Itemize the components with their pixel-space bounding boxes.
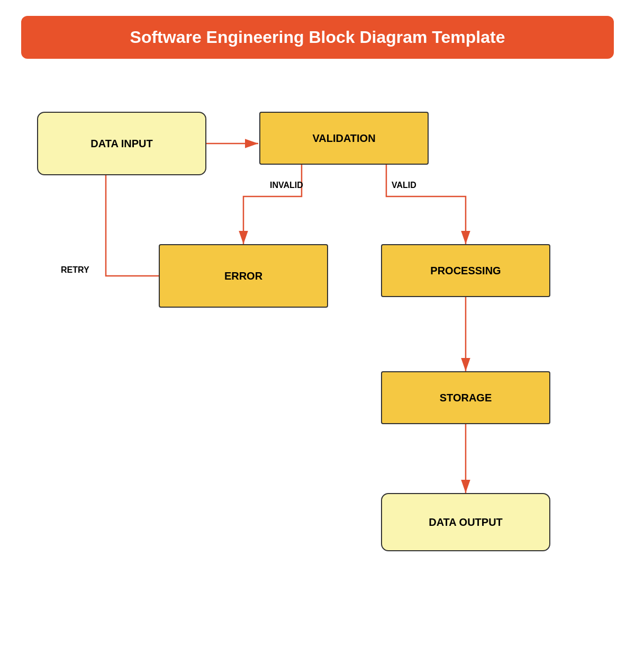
validation-block: VALIDATION xyxy=(259,112,429,165)
title-bar: Software Engineering Block Diagram Templ… xyxy=(21,16,614,59)
error-block: ERROR xyxy=(159,244,328,308)
data-input-block: DATA INPUT xyxy=(37,112,206,175)
valid-label: VALID xyxy=(392,181,416,190)
data-output-block: DATA OUTPUT xyxy=(381,493,550,551)
page-title: Software Engineering Block Diagram Templ… xyxy=(130,28,505,47)
diagram-container: INVALID VALID RETRY DATA INPUT VALIDATIO… xyxy=(21,91,614,610)
storage-block: STORAGE xyxy=(381,371,550,424)
invalid-label: INVALID xyxy=(270,181,303,190)
retry-label: RETRY xyxy=(61,265,89,275)
processing-block: PROCESSING xyxy=(381,244,550,297)
